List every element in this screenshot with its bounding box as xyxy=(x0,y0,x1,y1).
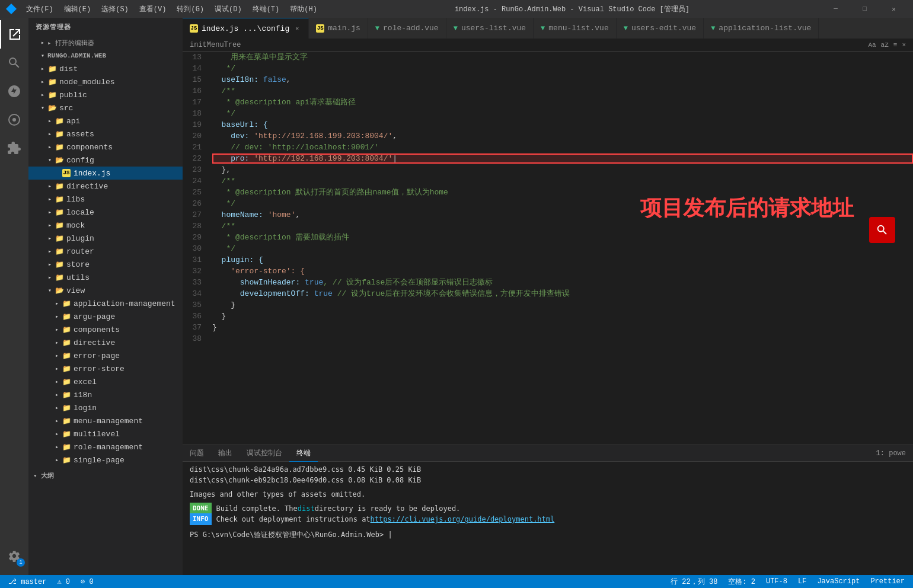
sidebar-item-directive[interactable]: directive xyxy=(28,180,183,193)
menu-item[interactable]: 终端(T) xyxy=(248,3,285,15)
sidebar-item-store[interactable]: store xyxy=(28,258,183,271)
sidebar-item-src[interactable]: src xyxy=(28,101,183,114)
sidebar-item-components[interactable]: components xyxy=(28,323,183,336)
sidebar-item-application-management[interactable]: application-management xyxy=(28,297,183,310)
tab-close-button[interactable]: ✕ xyxy=(293,24,301,33)
menu-item[interactable]: 文件(F) xyxy=(21,3,58,15)
status-item[interactable]: 空格: 2 xyxy=(726,577,758,587)
status-item[interactable]: ⊘ 0 xyxy=(78,577,96,586)
tab-users-list-vue[interactable]: ▼users-list.vue xyxy=(446,18,534,39)
status-item[interactable]: JavaScript xyxy=(815,577,862,586)
status-item[interactable]: ⎇ master xyxy=(6,577,49,586)
sidebar-item-locale[interactable]: locale xyxy=(28,206,183,219)
folder-icon xyxy=(47,64,57,74)
sidebar-item-router[interactable]: router xyxy=(28,245,183,258)
sidebar-item-node_modules[interactable]: node_modules xyxy=(28,75,183,88)
sidebar-item-assets[interactable]: assets xyxy=(28,127,183,140)
folder-arrow xyxy=(52,377,62,386)
sidebar-item-multilevel[interactable]: multilevel xyxy=(28,427,183,440)
js-file-icon: JS xyxy=(62,168,71,178)
sidebar-item-single-page[interactable]: single-page xyxy=(28,453,183,466)
menu-item[interactable]: 编辑(E) xyxy=(59,3,96,15)
sidebar-item-api[interactable]: api xyxy=(28,114,183,127)
sidebar-item-plugin[interactable]: plugin xyxy=(28,232,183,245)
folder-icon xyxy=(47,77,57,87)
sidebar-item-argu-page[interactable]: argu-page xyxy=(28,310,183,323)
activity-settings[interactable]: 1 xyxy=(0,542,28,570)
sidebar-item-view[interactable]: view xyxy=(28,284,183,297)
tree-item-label: components xyxy=(66,143,113,152)
status-item[interactable]: UTF-8 xyxy=(764,577,790,586)
sidebar-item-error-store[interactable]: error-store xyxy=(28,362,183,375)
close-button[interactable]: ✕ xyxy=(880,3,907,15)
activity-debug[interactable] xyxy=(0,106,28,134)
activity-explorer[interactable] xyxy=(0,20,28,49)
tab-menu-list-vue[interactable]: ▼menu-list.vue xyxy=(534,18,617,39)
folder-arrow xyxy=(45,129,55,139)
panel-tab-调试控制台[interactable]: 调试控制台 xyxy=(240,445,289,462)
panel-content[interactable]: dist\css\chunk-8a24a96a.ad7dbbe9.css 0.4… xyxy=(183,462,913,575)
activity-search[interactable] xyxy=(0,49,28,77)
maximize-button[interactable]: □ xyxy=(851,3,878,15)
panel-tab-输出[interactable]: 输出 xyxy=(211,445,240,462)
tab-role-add-vue[interactable]: ▼role-add.vue xyxy=(368,18,446,39)
activity-extensions[interactable] xyxy=(0,134,28,162)
sidebar-item-utils[interactable]: utils xyxy=(28,271,183,284)
sidebar-item-excel[interactable]: excel xyxy=(28,375,183,388)
sidebar-item-components[interactable]: components xyxy=(28,140,183,154)
status-item[interactable]: 行 22，列 38 xyxy=(668,577,720,587)
tree-item-label: excel xyxy=(74,378,97,386)
sidebar-content[interactable]: ▸ 打开的编辑器 RUNGO.ADMIN.WEB distnode_module… xyxy=(28,36,183,575)
menu-item[interactable]: 调试(D) xyxy=(210,3,247,15)
folder-icon xyxy=(55,116,64,126)
activity-git[interactable] xyxy=(0,77,28,106)
panel-line[interactable]: PS G:\svn\Code\验证授权管理中心\RunGo.Admin.Web>… xyxy=(190,529,906,540)
status-item[interactable]: ⚠ 0 xyxy=(55,577,72,586)
titlebar-controls[interactable]: ─ □ ✕ xyxy=(822,3,907,15)
breadcrumb-az[interactable]: aZ xyxy=(881,41,889,49)
menu-item[interactable]: 帮助(H) xyxy=(285,3,322,15)
dist-link[interactable]: dist xyxy=(298,503,315,514)
breadcrumb-menu[interactable]: ≡ xyxy=(893,41,898,49)
sidebar-root[interactable]: RUNGO.ADMIN.WEB xyxy=(28,49,183,62)
minimize-button[interactable]: ─ xyxy=(822,3,849,15)
sidebar-item-menu-management[interactable]: menu-management xyxy=(28,414,183,427)
code-editor[interactable]: 1314151617181920212223242526272829303132… xyxy=(183,52,913,445)
folder-arrow xyxy=(38,90,47,100)
panel-tab-问题[interactable]: 问题 xyxy=(183,445,211,462)
sidebar-item-index.js[interactable]: JSindex.js xyxy=(28,167,183,180)
sidebar-item-directive[interactable]: directive xyxy=(28,336,183,349)
sidebar-item-public[interactable]: public xyxy=(28,88,183,101)
titlebar-menu[interactable]: 文件(F)编辑(E)选择(S)查看(V)转到(G)调试(D)终端(T)帮助(H) xyxy=(21,3,322,15)
menu-item[interactable]: 选择(S) xyxy=(97,3,133,15)
tree-item-label: login xyxy=(74,404,97,413)
sidebar-open-editors[interactable]: ▸ 打开的编辑器 xyxy=(28,36,183,49)
status-item[interactable]: Prettier xyxy=(868,577,907,586)
search-fab[interactable] xyxy=(869,217,895,243)
tree-item-label: dist xyxy=(59,65,78,74)
sidebar-item-role-management[interactable]: role-management xyxy=(28,440,183,453)
tree-item-label: api xyxy=(66,117,80,126)
sidebar-outline[interactable]: ▾ 大纲 xyxy=(28,469,183,482)
sidebar-item-libs[interactable]: libs xyxy=(28,193,183,206)
tab-main-js[interactable]: JSmain.js xyxy=(309,18,368,39)
outline-label: ▾ 大纲 xyxy=(33,471,54,480)
sidebar-item-login[interactable]: login xyxy=(28,401,183,414)
info-link[interactable]: https://cli.vuejs.org/guide/deployment.h… xyxy=(371,514,555,525)
tab-index-js[interactable]: JSindex.js ...\config✕ xyxy=(183,18,309,39)
sidebar-item-mock[interactable]: mock xyxy=(28,219,183,232)
sidebar-item-config[interactable]: config xyxy=(28,154,183,167)
breadcrumb-aa[interactable]: Aa xyxy=(868,41,876,49)
menu-item[interactable]: 查看(V) xyxy=(135,3,171,15)
sidebar-item-dist[interactable]: dist xyxy=(28,62,183,75)
tab-users-edit-vue[interactable]: ▼users-edit.vue xyxy=(617,18,704,39)
panel-tab-终端[interactable]: 终端 xyxy=(289,445,318,462)
status-item[interactable]: LF xyxy=(796,577,809,586)
code-content[interactable]: 用来在菜单中显示文字 */ useI18n: false, /** * @des… xyxy=(208,52,913,445)
sidebar-item-i18n[interactable]: i18n xyxy=(28,388,183,401)
breadcrumb-close[interactable]: × xyxy=(902,41,906,49)
code-line-35: } xyxy=(212,299,913,311)
tab-application-list-vue[interactable]: ▼application-list.vue xyxy=(704,18,819,39)
menu-item[interactable]: 转到(G) xyxy=(172,3,209,15)
sidebar-item-error-page[interactable]: error-page xyxy=(28,349,183,362)
